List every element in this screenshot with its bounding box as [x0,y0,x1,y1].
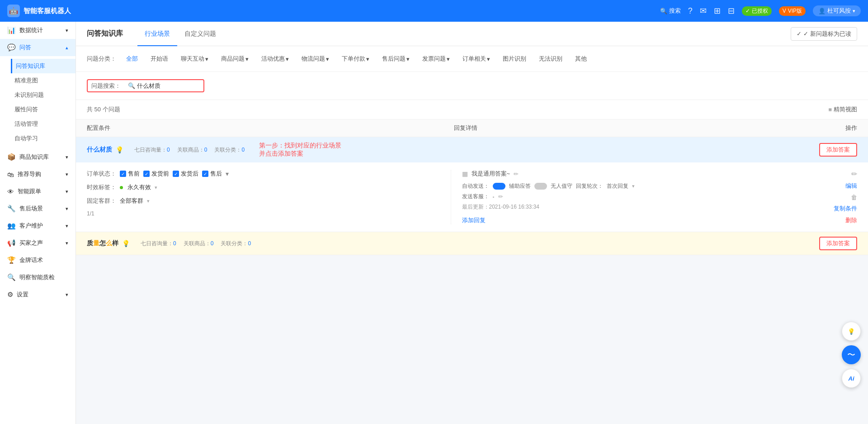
expand-btn[interactable]: ▾ [226,170,229,177]
sidebar-sub-item-knowledge[interactable]: 问答知识库 [11,59,75,73]
client-label: 固定客群： [87,197,116,205]
add-reply-link[interactable]: 添加回复 [462,216,486,224]
float-ai-btn[interactable]: Ai [842,369,861,388]
send-service-edit-icon[interactable]: ✏ [498,193,503,200]
float-hint-btn[interactable]: 💡 [842,322,861,341]
sidebar-item-goods[interactable]: 📦 商品知识库 ▾ [0,148,75,166]
table-header: 配置条件 回复详情 操作 [76,119,868,137]
time-value: 永久有效 [127,183,151,191]
stat-consult-link-2[interactable]: 0 [173,240,176,247]
client-dropdown-icon[interactable]: ▾ [147,198,150,204]
reply-header-1: ▦ 我是通用答案~ ✏ [462,170,815,178]
filter-tag-logistics[interactable]: 物流问题 ▾ [297,53,334,64]
list-icon[interactable]: ⊟ [728,6,735,16]
filter-tag-goods[interactable]: 商品问题 ▾ [217,53,253,64]
sidebar-sub-item-autolearn[interactable]: 自动学习 [14,131,75,146]
checkbox-after-ship-icon[interactable]: ✓ [173,171,179,177]
chevron-right-icon-goods: ▾ [66,154,68,160]
time-row: 时效标签： 永久有效 ▾ [87,183,440,191]
sidebar-sub-item-intent[interactable]: 精准意图 [14,73,75,88]
search-input[interactable] [137,82,200,89]
sidebar-item-voice[interactable]: 📢 买家之声 ▾ [0,234,75,252]
filter-tag-invoice[interactable]: 发票问题 ▾ [418,53,454,64]
float-chat-btn[interactable]: 〜 [842,345,861,364]
aftersale-icon: 🔧 [7,205,16,213]
filter-tag-promo[interactable]: 活动优惠 ▾ [257,53,293,64]
sidebar-item-quality[interactable]: 🔍 明察智能质检 [0,269,75,286]
help-icon[interactable]: ? [688,6,693,16]
checkbox-before-ship-icon[interactable]: ✓ [143,171,150,177]
question-hint-2[interactable]: 💡 [122,240,130,247]
copy-condition-link[interactable]: 复制条件 [834,205,857,213]
checkbox-after-sale-icon[interactable]: ✓ [202,171,208,177]
tab-industry[interactable]: 行业场景 [137,23,177,46]
col-condition-header: 配置条件 [87,124,454,132]
sidebar-item-qa[interactable]: 💬 问答 ▴ [0,39,75,56]
filter-tag-unrecog[interactable]: 无法识别 [534,53,567,64]
user-menu[interactable]: 👤 杜可风按 ▾ [813,5,861,16]
sidebar-item-stats[interactable]: 📊 数据统计 ▾ [0,22,75,39]
filter-tag-order[interactable]: 订单相关 ▾ [458,53,495,64]
sidebar-track-label: 智能跟单 [18,187,41,195]
question-header-row-1[interactable]: 什么材质 💡 七日咨询量：0 关联商品：0 关联分类：0 第一步：找到对应的行业… [76,137,868,162]
page-header-right: ✓ ✓ 新问题标为已读 [791,27,857,41]
header-search-btn[interactable]: 🔍 搜索 [660,7,681,15]
send-service-row: 发送客服： - ✏ [462,193,815,200]
trash-icon[interactable]: 🗑 [851,194,857,201]
check-icon-small: ✓ [797,30,802,37]
sidebar-item-settings[interactable]: ⚙ 设置 ▾ [0,286,75,303]
delete-action-link[interactable]: 删除 [845,216,857,224]
sidebar-item-gold[interactable]: 🏆 金牌话术 [0,252,75,269]
sidebar-item-customer[interactable]: 👥 客户维护 ▾ [0,217,75,234]
stat-cat-link-1[interactable]: 0 [241,147,245,153]
sidebar-item-recommend[interactable]: 🛍 推荐导购 ▾ [0,166,75,183]
filter-tag-aftersale[interactable]: 售后问题 ▾ [377,53,414,64]
sidebar-item-aftersale[interactable]: 🔧 售后场景 ▾ [0,200,75,217]
filter-tag-start[interactable]: 开始语 [146,53,173,64]
add-answer-btn-1[interactable]: 添加答案 [819,143,857,157]
filter-tag-image[interactable]: 图片识别 [498,53,531,64]
chevron-right-icon-settings: ▾ [66,292,68,298]
mail-icon[interactable]: ✉ [700,6,707,16]
question-header-row-2[interactable]: 质量怎么样 💡 七日咨询量：0 关联商品：0 关联分类：0 添加答案 [76,232,868,255]
sidebar-gold-label: 金牌话术 [19,256,43,264]
tab-custom[interactable]: 自定义问题 [177,23,223,46]
stat-goods-link-1[interactable]: 0 [204,147,208,153]
add-answer-btn-2[interactable]: 添加答案 [819,237,857,250]
time-dropdown-icon[interactable]: ▾ [155,185,157,191]
sidebar-sub-item-unrecognized[interactable]: 未识别问题 [14,88,75,102]
highlight-me: 么 [106,239,112,247]
grid-icon[interactable]: ⊞ [714,6,721,16]
main-layout: 📊 数据统计 ▾ 💬 问答 ▴ 问答知识库 精准意图 未识别问题 履性问答 活动… [0,22,868,424]
stat-cat-link-2[interactable]: 0 [248,240,251,247]
mark-read-button[interactable]: ✓ ✓ 新问题标为已读 [791,27,857,41]
sidebar-sub-item-activity[interactable]: 活动管理 [14,117,75,131]
stat-consult-link-1[interactable]: 0 [167,147,170,153]
filter-tag-all[interactable]: 全部 [122,53,142,64]
auth-badge[interactable]: ✓ 已授权 [742,6,772,16]
unmanned-toggle[interactable] [534,183,547,190]
sidebar-sub-item-attribute[interactable]: 履性问答 [14,102,75,117]
auto-send-toggle[interactable] [493,183,505,190]
reply-edit-icon[interactable]: ✏ [514,171,519,177]
chevron-aftersale-icon: ▾ [406,56,410,62]
sidebar-item-track[interactable]: 👁 智能跟单 ▾ [0,183,75,200]
page-header: 问答知识库 行业场景 自定义问题 ✓ ✓ 新问题标为已读 [76,22,868,46]
edit-pencil-icon[interactable]: ✏ [851,170,857,178]
vip-badge[interactable]: V VIP版 [779,6,806,16]
stat-goods-link-2[interactable]: 0 [211,240,214,247]
reply-count-dropdown[interactable]: ▾ [632,183,635,189]
filter-tag-order-pay[interactable]: 下单付款 ▾ [337,53,374,64]
filter-tag-other[interactable]: 其他 [571,53,591,64]
client-row: 固定客群： 全部客群 ▾ [87,197,440,205]
chevron-right-icon-customer: ▾ [66,223,68,229]
chevron-right-icon-recommend: ▾ [66,172,68,177]
checkbox-before-sale-icon[interactable]: ✓ [120,171,126,177]
client-value: 全部客群 [120,197,143,205]
view-toggle-btn[interactable]: ≡ 精简视图 [828,105,857,114]
gold-icon: 🏆 [7,256,16,264]
col-reply-header: 回复详情 [454,124,821,132]
question-hint-1[interactable]: 💡 [116,146,123,153]
edit-action-link[interactable]: 编辑 [845,182,857,190]
filter-tag-chat[interactable]: 聊天互动 ▾ [176,53,213,64]
